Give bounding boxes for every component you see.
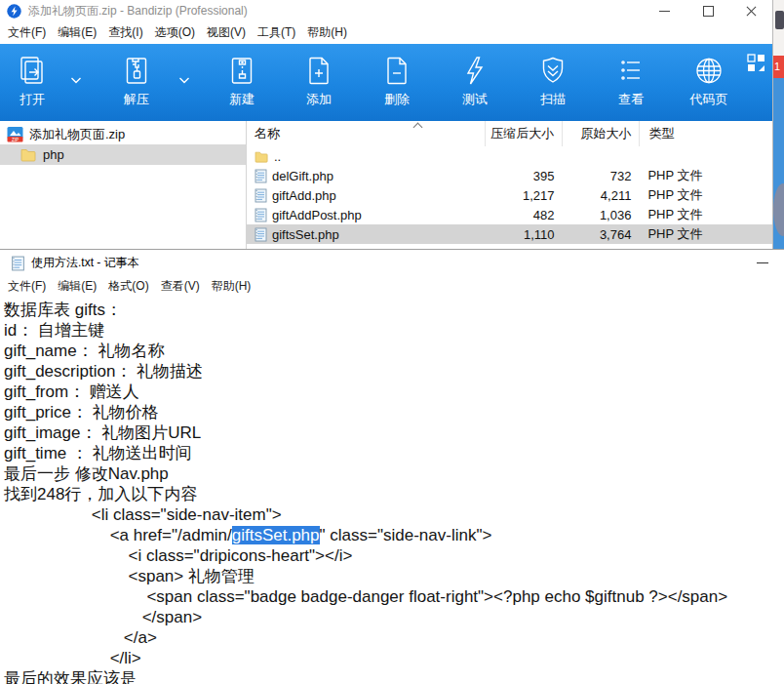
view-button[interactable]: 查看: [599, 53, 663, 108]
bandizip-window-title: 添加礼物页面.zip - Bandizip (Professional): [28, 3, 248, 20]
notepad-app-icon: [11, 256, 25, 271]
add-file-icon: [300, 53, 337, 90]
open-dropdown-chevron-icon[interactable]: [70, 77, 82, 84]
notepad-menu-edit[interactable]: 编辑(E): [53, 275, 103, 299]
new-archive-icon: [223, 53, 260, 90]
text-after-selection: " class="side-nav-link"> <i class="dripi…: [4, 526, 727, 684]
php-file-icon: [255, 208, 267, 222]
file-original-size: [562, 146, 639, 166]
folder-icon: [20, 147, 37, 162]
view-button-label: 查看: [599, 91, 663, 108]
column-header-original[interactable]: 原始大小: [562, 121, 639, 146]
file-original-size: 4,211: [562, 185, 639, 205]
file-original-size: 1,036: [562, 205, 639, 224]
file-compressed-size: 1,217: [486, 185, 563, 205]
codepage-button-label: 代码页: [673, 91, 745, 108]
selected-text: giftsSet.php: [232, 526, 320, 544]
tree-item-php-folder[interactable]: php: [0, 144, 246, 165]
delete-file-icon: [378, 53, 415, 90]
bandizip-menu-file[interactable]: 文件(F): [3, 21, 53, 45]
notepad-menu-format[interactable]: 格式(O): [103, 275, 155, 299]
notepad-window-title: 使用方法.txt - 记事本: [31, 255, 139, 271]
bandizip-menu-help[interactable]: 帮助(H): [302, 21, 354, 45]
maximize-button[interactable]: [686, 0, 729, 21]
lightning-icon: [456, 53, 493, 90]
bandizip-body: ZIP 添加礼物页面.zip php 名称 压缩后大: [0, 121, 772, 249]
file-name: giftsSet.php: [272, 227, 339, 242]
svg-text:ZIP: ZIP: [12, 138, 19, 142]
tree-item-archive-root[interactable]: ZIP 添加礼物页面.zip: [0, 124, 246, 144]
file-original-size: 732: [562, 166, 639, 185]
file-list-panel: 名称 压缩后大小 原始大小 类型 ..: [247, 121, 772, 249]
file-name: giftAddPost.php: [272, 208, 362, 222]
notepad-menu-view[interactable]: 查看(V): [156, 275, 207, 299]
minimize-button[interactable]: [644, 0, 686, 21]
shield-scan-icon: [534, 53, 571, 90]
notepad-menu-help[interactable]: 帮助(H): [207, 275, 258, 299]
file-compressed-size: 482: [486, 205, 563, 224]
bandizip-menu-find[interactable]: 查找(I): [103, 21, 149, 45]
file-type: PHP 文件: [639, 205, 772, 224]
extract-button[interactable]: 解压: [104, 53, 169, 108]
file-type: PHP 文件: [639, 224, 772, 244]
bandizip-menu-view[interactable]: 视图(V): [202, 21, 253, 45]
bandizip-window: 添加礼物页面.zip - Bandizip (Professional) 文件(…: [0, 0, 773, 249]
bandizip-menu-tools[interactable]: 工具(T): [253, 21, 302, 45]
bandizip-menu-edit[interactable]: 编辑(E): [53, 21, 103, 45]
php-file-icon: [255, 169, 267, 183]
globe-icon: [690, 53, 727, 90]
layout-toggle-icon[interactable]: [747, 54, 765, 72]
folder-icon: [255, 150, 269, 163]
scan-button[interactable]: 扫描: [521, 53, 585, 108]
add-files-button[interactable]: 添加: [287, 53, 351, 108]
table-row-delgift[interactable]: delGift.php 395 732 PHP 文件: [247, 166, 772, 185]
table-row-giftaddpost[interactable]: giftAddPost.php 482 1,036 PHP 文件: [247, 205, 772, 224]
file-type: PHP 文件: [639, 166, 772, 185]
open-button-label: 打开: [0, 91, 64, 108]
file-compressed-size: 395: [486, 166, 563, 185]
notepad-text-area[interactable]: 数据库表 gifts： id： 自增主键 gift_name： 礼物名称 gif…: [0, 298, 784, 684]
bandizip-window-controls: [644, 0, 772, 21]
bandizip-titlebar: 添加礼物页面.zip - Bandizip (Professional): [0, 0, 772, 21]
desktop-icon-fragment: [775, 11, 784, 29]
bandizip-app-icon: [7, 4, 21, 19]
notepad-text: 数据库表 gifts： id： 自增主键 gift_name： 礼物名称 gif…: [4, 300, 784, 684]
desktop-wallpaper-sliver: [773, 78, 784, 249]
codepage-button[interactable]: 代码页: [673, 53, 745, 108]
screen: 添加礼物页面.zip - Bandizip (Professional) 文件(…: [0, 0, 784, 684]
file-compressed-size: 1,110: [486, 224, 563, 244]
table-row-parent-dir[interactable]: ..: [247, 146, 772, 166]
extract-dropdown-chevron-icon[interactable]: [178, 77, 190, 84]
test-button[interactable]: 测试: [443, 53, 507, 108]
delete-button-label: 删除: [365, 91, 429, 108]
notepad-window: 使用方法.txt - 记事本 文件(F) 编辑(E) 格式(O) 查看(V) 帮…: [0, 249, 784, 684]
column-header-name[interactable]: 名称: [247, 121, 485, 146]
text-before-selection: 数据库表 gifts： id： 自增主键 gift_name： 礼物名称 gif…: [4, 301, 282, 544]
scan-button-label: 扫描: [521, 91, 585, 108]
column-header-compressed[interactable]: 压缩后大小: [485, 121, 562, 146]
notepad-menubar: 文件(F) 编辑(E) 格式(O) 查看(V) 帮助(H): [0, 276, 784, 298]
add-files-button-label: 添加: [287, 91, 351, 108]
file-type: PHP 文件: [639, 185, 772, 205]
file-list-header: 名称 压缩后大小 原始大小 类型: [247, 121, 772, 146]
column-header-type[interactable]: 类型: [639, 121, 772, 146]
new-archive-button[interactable]: 新建: [210, 53, 274, 108]
close-button[interactable]: [729, 0, 772, 21]
wallpaper-circle-shape: [773, 183, 784, 236]
notepad-minimize-button[interactable]: [741, 250, 784, 276]
delete-button[interactable]: 删除: [365, 53, 429, 108]
php-file-icon: [255, 188, 267, 203]
table-row-giftadd[interactable]: giftAdd.php 1,217 4,211 PHP 文件: [247, 185, 772, 205]
extract-button-label: 解压: [104, 91, 169, 108]
notepad-menu-file[interactable]: 文件(F): [3, 275, 53, 299]
bandizip-toolbar: 打开 解压: [0, 44, 772, 121]
open-button[interactable]: 打开: [0, 53, 64, 108]
zip-archive-icon: ZIP: [7, 126, 23, 142]
bandizip-menubar: 文件(F) 编辑(E) 查找(I) 选项(O) 视图(V) 工具(T) 帮助(H…: [0, 21, 772, 44]
sort-ascending-icon: [414, 121, 422, 129]
file-name: ..: [274, 149, 281, 164]
bandizip-menu-options[interactable]: 选项(O): [150, 21, 202, 45]
extract-icon: [118, 53, 155, 90]
table-row-giftsset[interactable]: giftsSet.php 1,110 3,764 PHP 文件: [247, 224, 772, 244]
tree-archive-label: 添加礼物页面.zip: [29, 126, 125, 143]
